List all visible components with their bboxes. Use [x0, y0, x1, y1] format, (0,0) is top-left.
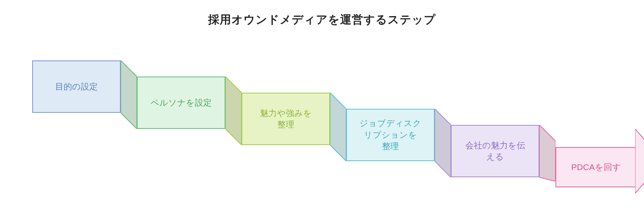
step-fold-1	[121, 60, 137, 129]
svg-marker-0	[121, 60, 137, 129]
step-label: ペルソナを設定	[151, 97, 212, 108]
step-label: 目的の設定	[55, 81, 98, 92]
diagram-title: 採用オウンドメディアを運営するステップ	[0, 12, 644, 27]
step-label: ジョブディスク リプションを 整理	[359, 118, 421, 152]
arrow-body: PDCAを回す	[555, 147, 636, 187]
svg-marker-1	[225, 77, 242, 145]
step-fold-2	[225, 77, 242, 145]
svg-marker-3	[435, 109, 451, 177]
svg-marker-2	[330, 93, 346, 161]
arrow-head-icon	[635, 129, 644, 193]
step-box-1: 目的の設定	[32, 60, 121, 113]
step-fold-4	[435, 109, 451, 177]
step-box-3: 魅力や強みを 整理	[242, 93, 330, 145]
step-arrow-6: PDCAを回す	[555, 141, 644, 193]
step-label: PDCAを回す	[571, 162, 621, 173]
step-box-5: 会社の魅力を伝 える	[451, 125, 539, 177]
step-fold-5	[539, 125, 555, 181]
step-box-2: ペルソナを設定	[137, 77, 225, 129]
svg-marker-5	[635, 129, 644, 193]
svg-marker-4	[539, 125, 555, 181]
step-label: 会社の魅力を伝 える	[465, 140, 525, 163]
step-box-4: ジョブディスク リプションを 整理	[346, 109, 435, 161]
step-fold-3	[330, 93, 346, 161]
step-label: 魅力や強みを 整理	[260, 108, 312, 131]
